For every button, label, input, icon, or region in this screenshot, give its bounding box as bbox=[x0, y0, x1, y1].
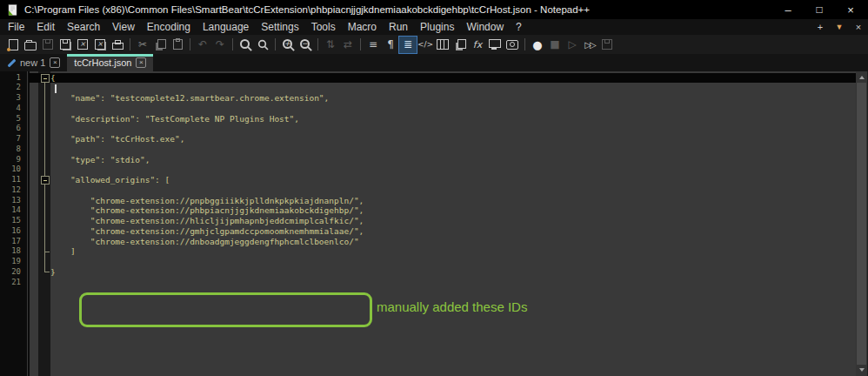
code-line[interactable]: 12 bbox=[0, 185, 856, 196]
scroll-down-icon[interactable] bbox=[856, 365, 867, 375]
code-line[interactable]: 16 "chrome-extension://gmhjclgpamdccpomo… bbox=[0, 226, 856, 237]
menu-search[interactable]: Search bbox=[61, 19, 106, 35]
tab-label: tcCrHost.json bbox=[74, 57, 131, 68]
redo-icon[interactable]: ↷ bbox=[211, 37, 229, 53]
tab-close-icon[interactable] bbox=[50, 57, 60, 68]
vertical-scrollbar[interactable] bbox=[856, 71, 867, 376]
code-line[interactable]: 6 bbox=[0, 124, 856, 134]
notepad-plus-plus-window: C:\Program Files (x86)\Common Files\Smar… bbox=[0, 0, 868, 376]
tab-label: new 1 bbox=[20, 57, 45, 68]
code-line[interactable]: 20} bbox=[0, 267, 856, 278]
unsaved-pencil-icon bbox=[7, 58, 16, 67]
menu-edit[interactable]: Edit bbox=[30, 19, 61, 35]
code-line[interactable]: 11 "allowed_origins": [ bbox=[0, 175, 856, 185]
menu-run[interactable]: Run bbox=[383, 19, 414, 35]
code-line[interactable]: 19 bbox=[0, 257, 856, 267]
save-icon[interactable] bbox=[39, 37, 57, 53]
macro-view-icon[interactable] bbox=[504, 37, 521, 53]
text-caret bbox=[55, 84, 57, 93]
sync-horizontal-scroll-icon[interactable]: ⇄ bbox=[339, 37, 357, 53]
menu-tools[interactable]: Tools bbox=[305, 19, 342, 35]
new-tab-button[interactable]: + bbox=[811, 22, 830, 32]
menu-plugins[interactable]: Plugins bbox=[414, 19, 460, 35]
record-macro-icon[interactable]: ● bbox=[529, 37, 546, 53]
menu-settings[interactable]: Settings bbox=[255, 19, 304, 35]
scrollbar-thumb[interactable] bbox=[857, 83, 866, 365]
toolbar: ✂ ↶ ↷ ⇅ ⇄ ≡ ¶ ≣ </> fx ● ■ ▷ ▷▷ bbox=[0, 35, 868, 54]
code-view-icon[interactable]: </> bbox=[417, 37, 434, 53]
maximize-button[interactable]: □ bbox=[804, 3, 835, 16]
code-line[interactable]: 18 ] bbox=[0, 246, 856, 257]
fold-collapse-icon[interactable] bbox=[41, 176, 50, 185]
word-wrap-icon[interactable]: ≡ bbox=[364, 37, 382, 53]
save-all-icon[interactable] bbox=[57, 37, 74, 53]
zoom-out-icon[interactable] bbox=[297, 37, 314, 53]
code-line[interactable]: 14 "chrome-extension://phbpiacnjjgjkdnem… bbox=[0, 205, 856, 216]
menu-view[interactable]: View bbox=[106, 19, 141, 35]
code-line[interactable]: 3 "name": "testcomplete12.smartbear.chro… bbox=[0, 93, 856, 104]
stop-macro-icon[interactable]: ■ bbox=[546, 37, 564, 53]
code-line[interactable]: 15 "chrome-extension://hlicljijpmhapnbje… bbox=[0, 216, 856, 226]
code-line[interactable]: 5 "description": "TestComplete NP Plugin… bbox=[0, 114, 856, 124]
code-line[interactable]: 10 bbox=[0, 164, 856, 175]
function-list-icon[interactable]: fx bbox=[469, 37, 486, 53]
new-file-icon[interactable] bbox=[4, 37, 22, 53]
document-list-icon[interactable] bbox=[451, 37, 469, 53]
code-line[interactable]: 7 "path": "tcCrHost.exe", bbox=[0, 134, 856, 144]
close-file-icon[interactable] bbox=[74, 37, 91, 53]
show-all-characters-icon[interactable]: ¶ bbox=[382, 37, 399, 53]
save-macro-icon[interactable] bbox=[598, 37, 616, 53]
code-line[interactable]: 2 bbox=[0, 83, 856, 93]
tab-tccrhost-json[interactable]: tcCrHost.json bbox=[67, 54, 153, 71]
menu-help[interactable]: ? bbox=[510, 19, 528, 35]
code-line[interactable]: 9 "type": "stdio", bbox=[0, 155, 856, 165]
close-all-icon[interactable] bbox=[91, 37, 109, 53]
tab-list-dropdown-icon[interactable]: ▼ bbox=[830, 23, 849, 31]
code-line[interactable]: 8 bbox=[0, 144, 856, 155]
title-bar: C:\Program Files (x86)\Common Files\Smar… bbox=[0, 0, 868, 19]
menu-file[interactable]: File bbox=[2, 19, 30, 35]
code-line[interactable]: 17 "chrome-extension://dnboadgmjeggdengf… bbox=[0, 237, 856, 247]
fold-collapse-icon[interactable] bbox=[41, 74, 50, 83]
document-map-icon[interactable] bbox=[434, 37, 451, 53]
editor-area[interactable]: 1{ 2 3 "name": "testcomplete12.smartbear… bbox=[0, 71, 868, 376]
close-document-button[interactable]: × bbox=[849, 22, 868, 32]
menu-encoding[interactable]: Encoding bbox=[141, 19, 197, 35]
code-lines: 1{ 2 3 "name": "testcomplete12.smartbear… bbox=[0, 73, 856, 288]
highlight-box bbox=[79, 292, 372, 327]
code-line[interactable]: 4 bbox=[0, 104, 856, 114]
find-icon[interactable] bbox=[237, 37, 254, 53]
annotation-text: manually added these IDs bbox=[377, 299, 527, 314]
tab-new-1[interactable]: new 1 bbox=[0, 54, 67, 71]
monitor-icon[interactable] bbox=[486, 37, 504, 53]
code-line[interactable]: 13 "chrome-extension://pnpbggiiikkjplldn… bbox=[0, 196, 856, 206]
undo-icon[interactable]: ↶ bbox=[194, 37, 211, 53]
print-icon[interactable] bbox=[109, 37, 126, 53]
menu-bar: File Edit Search View Encoding Language … bbox=[0, 19, 868, 35]
copy-icon[interactable] bbox=[151, 37, 169, 53]
sync-vertical-scroll-icon[interactable]: ⇅ bbox=[322, 37, 339, 53]
scroll-up-icon[interactable] bbox=[856, 72, 867, 83]
tab-bar: new 1 tcCrHost.json bbox=[0, 54, 868, 71]
indent-guide-icon[interactable]: ≣ bbox=[399, 37, 417, 53]
window-title: C:\Program Files (x86)\Common Files\Smar… bbox=[24, 4, 590, 15]
paste-icon[interactable] bbox=[169, 37, 186, 53]
menu-window[interactable]: Window bbox=[460, 19, 510, 35]
play-macro-icon[interactable]: ▷ bbox=[564, 37, 581, 53]
minimize-button[interactable]: – bbox=[772, 3, 804, 17]
open-file-icon[interactable] bbox=[22, 37, 39, 53]
replace-icon[interactable] bbox=[254, 37, 271, 53]
notepad-plus-plus-icon bbox=[7, 4, 18, 16]
cut-icon[interactable]: ✂ bbox=[134, 37, 151, 53]
zoom-in-icon[interactable] bbox=[279, 37, 297, 53]
menu-language[interactable]: Language bbox=[197, 19, 255, 35]
code-line[interactable]: 21 bbox=[0, 278, 856, 288]
close-button[interactable]: × bbox=[835, 3, 866, 17]
tab-close-icon[interactable] bbox=[136, 57, 146, 68]
menu-macro[interactable]: Macro bbox=[342, 19, 383, 35]
code-line[interactable]: 1{ bbox=[0, 73, 856, 84]
run-macro-multiple-icon[interactable]: ▷▷ bbox=[581, 37, 598, 53]
